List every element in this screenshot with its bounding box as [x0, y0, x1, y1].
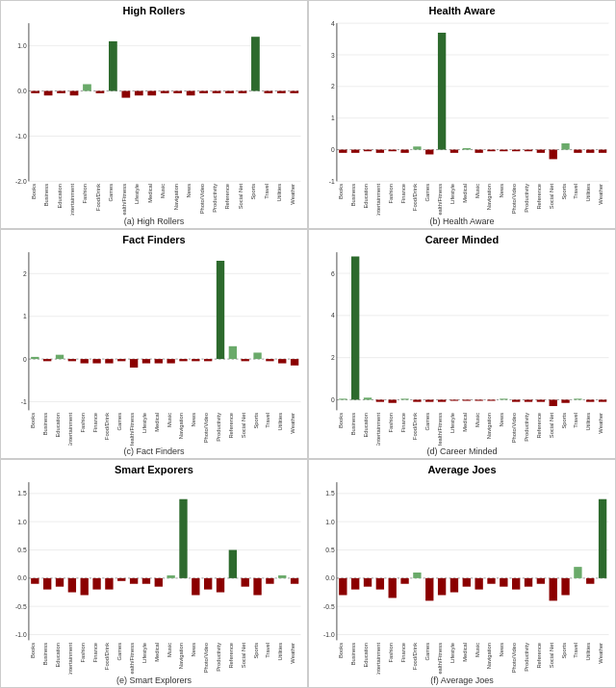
svg-text:Sports: Sports — [561, 184, 567, 200]
svg-text:Lifestyle: Lifestyle — [449, 184, 455, 204]
svg-text:Sports: Sports — [561, 642, 567, 658]
svg-text:0: 0 — [23, 355, 27, 365]
svg-text:-2.0: -2.0 — [15, 177, 27, 187]
chart-svg-wrap-average-joes: 1.51.00.50.0-0.5-1.0BooksBusinessEducati… — [311, 477, 613, 675]
svg-text:-0.5: -0.5 — [323, 601, 335, 611]
panel-caption-health-aware: (b) Health Aware — [430, 217, 495, 226]
svg-rect-207 — [574, 399, 581, 400]
svg-text:Food/Drink: Food/Drink — [105, 413, 111, 440]
svg-text:Education: Education — [363, 643, 369, 668]
svg-text:Business: Business — [351, 184, 357, 207]
svg-rect-262 — [253, 578, 261, 596]
svg-text:Music: Music — [161, 184, 167, 198]
svg-text:Photo/Video: Photo/Video — [199, 184, 205, 214]
svg-text:Travel: Travel — [574, 184, 579, 199]
svg-rect-126 — [92, 359, 100, 363]
svg-rect-83 — [463, 148, 471, 150]
svg-rect-303 — [463, 578, 471, 587]
svg-rect-46 — [277, 91, 286, 93]
svg-rect-185 — [438, 400, 446, 402]
svg-text:News: News — [500, 413, 505, 427]
svg-text:-1: -1 — [21, 397, 27, 407]
svg-text:Music: Music — [167, 642, 172, 656]
svg-text:Books: Books — [31, 642, 37, 657]
svg-rect-18 — [96, 91, 105, 93]
svg-rect-289 — [376, 578, 384, 590]
svg-text:Navigation: Navigation — [487, 413, 493, 439]
svg-text:Weather: Weather — [598, 413, 603, 434]
svg-text:Medical: Medical — [462, 643, 468, 662]
svg-text:Games: Games — [117, 413, 123, 431]
svg-text:Education: Education — [363, 184, 369, 209]
svg-rect-28 — [161, 91, 169, 93]
svg-rect-189 — [463, 400, 471, 401]
svg-text:Productivity: Productivity — [212, 184, 218, 213]
panel-health-aware: Health Aware43210-1BooksBusinessEducatio… — [308, 0, 616, 229]
svg-rect-150 — [242, 359, 249, 361]
svg-rect-8 — [31, 91, 39, 93]
svg-rect-236 — [92, 578, 100, 590]
svg-rect-246 — [155, 578, 163, 587]
svg-rect-248 — [167, 575, 174, 578]
svg-rect-152 — [253, 353, 261, 360]
svg-text:Weather: Weather — [290, 413, 295, 434]
svg-text:Productivity: Productivity — [524, 642, 529, 671]
svg-rect-260 — [242, 578, 249, 587]
svg-rect-154 — [266, 359, 273, 361]
svg-rect-116 — [31, 357, 38, 359]
panel-title-smart-explorers: Smart Exporers — [115, 464, 193, 475]
svg-rect-325 — [599, 498, 606, 577]
svg-rect-291 — [389, 578, 397, 599]
svg-text:Books: Books — [339, 642, 345, 657]
svg-text:1.0: 1.0 — [17, 41, 26, 51]
svg-rect-323 — [586, 578, 594, 584]
svg-rect-20 — [109, 41, 117, 91]
chart-high-rollers: -2.01.00.0-1.0BooksBusinessEducationEnte… — [3, 18, 305, 216]
svg-text:2: 2 — [23, 269, 27, 279]
panel-title-career-minded: Career Minded — [425, 234, 499, 245]
chart-career-minded: 6420BooksBusinessEducationEntertainmentF… — [311, 247, 613, 445]
svg-text:Health/Fitness: Health/Fitness — [129, 642, 135, 675]
panel-fact-finders: Fact Finders210-1BooksBusinessEducationE… — [0, 229, 308, 458]
svg-text:0.0: 0.0 — [17, 573, 26, 583]
panel-caption-smart-explorers: (e) Smart Explorers — [116, 675, 192, 685]
svg-text:1: 1 — [23, 312, 27, 321]
svg-text:Social Net: Social Net — [549, 642, 554, 668]
svg-text:Sports: Sports — [253, 413, 259, 429]
svg-text:Entertainment: Entertainment — [67, 642, 73, 675]
svg-rect-40 — [239, 91, 247, 93]
svg-text:Sports: Sports — [251, 184, 257, 200]
svg-text:Navigation: Navigation — [173, 184, 179, 210]
svg-rect-156 — [278, 359, 286, 363]
svg-text:Reference: Reference — [228, 413, 234, 439]
svg-rect-171 — [351, 257, 359, 400]
svg-rect-264 — [266, 578, 273, 584]
svg-rect-16 — [83, 84, 91, 90]
svg-rect-71 — [389, 150, 397, 152]
svg-rect-48 — [290, 91, 298, 93]
panel-high-rollers: High Rollers-2.01.00.0-1.0BooksBusinessE… — [0, 0, 308, 229]
svg-text:Travel: Travel — [574, 413, 579, 428]
svg-rect-195 — [500, 399, 507, 400]
svg-rect-319 — [561, 578, 569, 596]
svg-rect-266 — [278, 575, 286, 578]
svg-rect-32 — [187, 91, 195, 96]
svg-text:4: 4 — [331, 18, 335, 28]
svg-text:Weather: Weather — [290, 642, 295, 663]
svg-rect-36 — [213, 91, 221, 93]
svg-rect-63 — [339, 150, 346, 153]
svg-text:-1.0: -1.0 — [323, 629, 335, 639]
svg-rect-124 — [81, 359, 89, 363]
svg-rect-311 — [512, 578, 520, 590]
svg-rect-10 — [44, 91, 53, 96]
svg-text:1.5: 1.5 — [17, 489, 26, 498]
svg-text:1.0: 1.0 — [325, 517, 334, 526]
svg-rect-103 — [586, 150, 594, 153]
svg-text:Education: Education — [57, 184, 63, 209]
svg-text:Entertainment: Entertainment — [69, 183, 75, 216]
svg-rect-95 — [537, 150, 545, 153]
svg-rect-118 — [43, 359, 51, 361]
svg-rect-252 — [192, 578, 199, 596]
svg-rect-105 — [599, 150, 606, 153]
svg-text:Navigation: Navigation — [487, 184, 493, 210]
